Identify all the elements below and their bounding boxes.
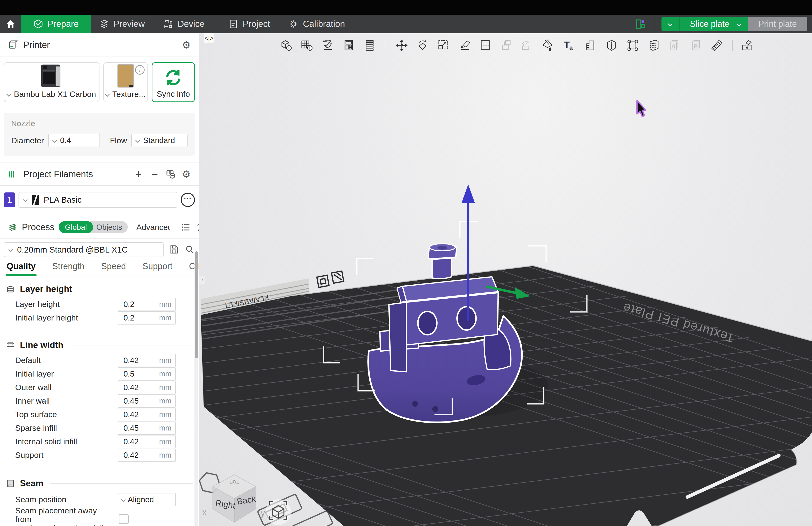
setting-label: Default — [15, 356, 118, 365]
lw-sparse-infill-input[interactable]: 0.45mm — [118, 422, 176, 435]
add-model-icon[interactable] — [278, 38, 293, 53]
split-to-objects-icon[interactable] — [478, 38, 493, 53]
text-shape-icon[interactable]: Ta — [562, 38, 577, 53]
params-scrollbar-thumb[interactable] — [195, 251, 198, 358]
diameter-chevron-icon — [52, 138, 57, 143]
settings-sidebar: Printer ⚙ Bambu Lab X1 Carbon Texture... — [0, 33, 199, 526]
variable-layer-height-icon[interactable] — [583, 38, 598, 53]
nozzle-box: Nozzle Diameter 0.4 Flow Standard — [4, 113, 195, 156]
plate-layout-icon[interactable] — [635, 18, 647, 31]
initial-layer-height-input[interactable]: 0.2 mm — [118, 311, 176, 325]
lw-top-surface-input[interactable]: 0.42mm — [118, 408, 176, 421]
lw-internal-solid-input[interactable]: 0.42mm — [118, 435, 176, 448]
tab-device[interactable]: Device — [163, 15, 204, 33]
ams-sync-icon[interactable] — [165, 169, 176, 179]
svg-text:0: 0 — [672, 43, 675, 49]
scale-tool-icon[interactable] — [436, 38, 451, 53]
setting-label: Outer wall — [15, 383, 118, 392]
setting-label: Sparse infill — [15, 424, 118, 432]
flow-chevron-icon — [135, 138, 140, 143]
search-params-icon[interactable] — [185, 244, 195, 255]
layer-height-icon — [6, 284, 15, 294]
sidebar-collapse-arrow[interactable]: ‹ — [200, 275, 205, 284]
print-plate-label: Print plate — [758, 19, 797, 29]
add-filament-icon[interactable]: + — [133, 169, 144, 179]
setting-label: Top surface — [15, 410, 118, 418]
flow-label: Flow — [110, 136, 127, 145]
arrange-icon[interactable] — [342, 38, 357, 53]
add-plate-icon[interactable] — [300, 38, 314, 53]
seam-position-select[interactable]: Aligned — [118, 493, 176, 506]
move-tool-icon[interactable] — [394, 38, 409, 53]
compare-presets-icon[interactable] — [195, 222, 199, 232]
print-plate-button[interactable]: Print plate — [730, 17, 807, 31]
doc-zero-icon[interactable]: 0 — [667, 38, 682, 53]
flow-select[interactable]: Standard — [131, 134, 188, 147]
auto-arrange-icon[interactable] — [363, 38, 377, 53]
svg-text:T: T — [564, 40, 569, 50]
filament-icon — [8, 169, 17, 179]
home-button[interactable] — [2, 15, 19, 33]
lw-inner-wall-input[interactable]: 0.45mm — [118, 394, 176, 408]
remove-filament-icon[interactable]: − — [149, 169, 160, 179]
mesh-edit-icon[interactable] — [625, 38, 640, 53]
plate-info-icon[interactable] — [135, 65, 145, 75]
lw-initial-layer-input[interactable]: 0.5mm — [118, 367, 176, 381]
filament-chevron-icon — [23, 197, 28, 202]
tab-project-label: Project — [243, 19, 270, 29]
doc-p-icon[interactable]: P — [688, 38, 703, 53]
filament-slot-badge[interactable]: 1 — [4, 193, 15, 207]
scope-global[interactable]: Global — [59, 221, 93, 233]
seam-header: Seam — [6, 478, 193, 489]
filament-settings-gear-icon[interactable]: ⚙ — [182, 168, 191, 180]
scope-objects[interactable]: Objects — [93, 223, 128, 232]
filament-more-button[interactable] — [181, 193, 195, 207]
setting-label: Support — [15, 451, 118, 459]
svg-text:P: P — [694, 43, 698, 49]
tab-strength[interactable]: Strength — [52, 261, 85, 275]
auto-orient-icon[interactable]: AUTO — [320, 38, 335, 53]
viewport-background[interactable] — [199, 33, 812, 526]
tab-prepare[interactable]: Prepare — [21, 15, 91, 33]
diameter-select[interactable]: 0.4 — [48, 134, 100, 147]
save-preset-icon[interactable] — [169, 244, 179, 255]
slice-plate-button[interactable]: Slice plate — [662, 17, 740, 31]
color-paint-icon[interactable] — [540, 38, 555, 53]
printer-photo — [38, 63, 66, 88]
tab-preview[interactable]: Preview — [99, 15, 145, 33]
printer-model-card[interactable]: Bambu Lab X1 Carbon — [4, 62, 100, 102]
layer-height-input[interactable]: 0.2 mm — [118, 298, 176, 311]
param-list-icon[interactable] — [181, 222, 191, 232]
merge-icon[interactable] — [499, 38, 514, 53]
diameter-label: Diameter — [11, 136, 44, 145]
tab-calibration[interactable]: Calibration — [289, 15, 345, 33]
print-dropdown-chevron[interactable] — [730, 17, 748, 31]
tab-quality[interactable]: Quality — [6, 261, 35, 275]
process-tabs: Quality Strength Speed Support Others — [6, 260, 199, 276]
build-plate-card[interactable]: Texture... — [103, 62, 148, 102]
printer-settings-gear-icon[interactable]: ⚙ — [182, 39, 191, 51]
slice-dropdown-chevron[interactable] — [662, 17, 680, 31]
lw-default-input[interactable]: 0.42mm — [118, 354, 176, 367]
cut-tool-icon[interactable] — [604, 38, 619, 53]
tab-calibration-label: Calibration — [303, 19, 345, 29]
rotate-tool-icon[interactable] — [415, 38, 430, 53]
slice-plate-label: Slice plate — [690, 19, 729, 29]
process-preset-select[interactable]: 0.20mm Standard @BBL X1C — [4, 242, 163, 257]
scope-toggle[interactable]: Global Objects — [59, 221, 128, 233]
place-on-face-icon[interactable] — [457, 38, 472, 53]
support-paint-icon[interactable] — [647, 38, 662, 53]
tab-speed[interactable]: Speed — [101, 261, 126, 275]
split-to-parts-icon[interactable] — [518, 38, 533, 53]
filament-select[interactable]: PLA Basic — [18, 192, 177, 208]
measure-icon[interactable] — [709, 38, 724, 53]
assembly-icon[interactable] — [740, 38, 755, 53]
tab-support[interactable]: Support — [143, 261, 172, 275]
process-section-header: Process Global Objects Advanced — [0, 216, 199, 239]
sidebar-collapse-button[interactable]: <|> — [204, 33, 214, 43]
seam-away-checkbox[interactable] — [119, 514, 129, 524]
lw-outer-wall-input[interactable]: 0.42mm — [118, 381, 176, 394]
lw-support-input[interactable]: 0.42mm — [118, 449, 176, 462]
sync-info-card[interactable]: Sync info — [152, 62, 195, 102]
tab-project[interactable]: Project — [228, 15, 270, 33]
